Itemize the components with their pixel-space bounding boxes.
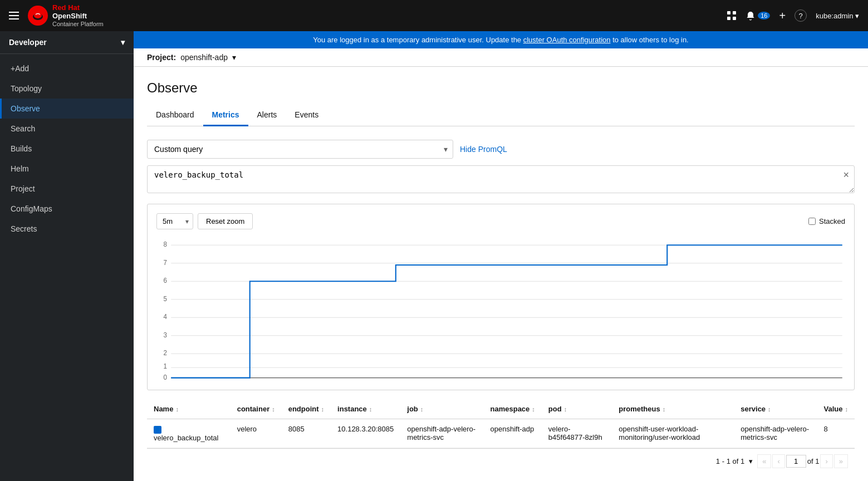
col-header-container[interactable]: container↕ bbox=[231, 399, 282, 419]
svg-rect-6 bbox=[733, 17, 736, 20]
pagination-prev-button[interactable]: ‹ bbox=[772, 454, 784, 468]
col-header-value[interactable]: Value↕ bbox=[817, 399, 855, 419]
brand-openshift: OpenShift bbox=[52, 12, 104, 21]
svg-text:0: 0 bbox=[163, 374, 167, 381]
plus-icon[interactable]: + bbox=[779, 9, 786, 22]
tab-events[interactable]: Events bbox=[286, 105, 327, 126]
pagination-buttons: « ‹ of 1 › » bbox=[757, 454, 848, 468]
hamburger-button[interactable] bbox=[9, 12, 19, 19]
user-menu[interactable]: kube:admin ▾ bbox=[816, 12, 859, 20]
alert-banner: You are logged in as a temporary adminis… bbox=[134, 31, 868, 48]
col-header-name[interactable]: Name↕ bbox=[147, 399, 231, 419]
query-row: Custom queryCPU usageMemory usageFilesys… bbox=[147, 140, 855, 159]
stacked-label[interactable]: Stacked bbox=[819, 217, 845, 225]
brand-container-platform: Container Platform bbox=[52, 21, 104, 28]
brand-text: Red Hat OpenShift Container Platform bbox=[52, 3, 104, 28]
sidebar-item-project[interactable]: Project bbox=[0, 179, 134, 199]
brand-logo: Red Hat OpenShift Container Platform bbox=[28, 3, 104, 28]
alert-banner-text-after: to allow others to log in. bbox=[611, 36, 689, 44]
col-header-job[interactable]: job↕ bbox=[400, 399, 483, 419]
metrics-table: Name↕container↕endpoint↕instance↕job↕nam… bbox=[147, 399, 855, 448]
cell-name: velero_backup_total bbox=[147, 419, 231, 448]
cell-instance: 10.128.3.20:8085 bbox=[331, 419, 400, 448]
col-header-namespace[interactable]: namespace↕ bbox=[484, 399, 542, 419]
sidebar-nav: +AddTopologyObserveSearchBuildsHelmProje… bbox=[0, 54, 134, 243]
cell-endpoint: 8085 bbox=[282, 419, 331, 448]
cell-job: openshift-adp-velero-metrics-svc bbox=[400, 419, 483, 448]
cell-prometheus: openshift-user-workload-monitoring/user-… bbox=[612, 419, 734, 448]
promql-input-wrap: × bbox=[147, 165, 855, 195]
tab-dashboard[interactable]: Dashboard bbox=[147, 105, 203, 126]
sort-icon: ↕ bbox=[564, 406, 567, 413]
svg-text:5: 5 bbox=[163, 295, 167, 302]
sidebar-item-add[interactable]: +Add bbox=[0, 58, 134, 78]
pagination-last-button[interactable]: » bbox=[834, 454, 848, 468]
chart-svg-area: 8 7 6 5 4 3 2 1 0 bbox=[156, 236, 845, 381]
brand-redhat: Red Hat bbox=[52, 3, 104, 12]
stacked-checkbox[interactable] bbox=[808, 218, 816, 225]
of-pages-label: of 1 bbox=[807, 457, 820, 465]
chart-toolbar-left: 5m15m30m1h2h6h12h1d ▾ Reset zoom bbox=[156, 213, 253, 229]
page-title: Observe bbox=[147, 80, 855, 96]
sidebar: Developer ▾ +AddTopologyObserveSearchBui… bbox=[0, 31, 134, 481]
sort-icon: ↕ bbox=[369, 406, 372, 413]
col-header-instance[interactable]: instance↕ bbox=[331, 399, 400, 419]
promql-input[interactable] bbox=[147, 165, 855, 193]
time-select-wrap: 5m15m30m1h2h6h12h1d ▾ bbox=[156, 213, 193, 229]
svg-text:6: 6 bbox=[163, 277, 166, 284]
sort-icon: ↕ bbox=[420, 406, 424, 413]
sidebar-item-search[interactable]: Search bbox=[0, 119, 134, 139]
alert-banner-text: You are logged in as a temporary adminis… bbox=[313, 36, 523, 44]
project-label: Project: bbox=[147, 53, 176, 62]
col-header-service[interactable]: service↕ bbox=[734, 399, 817, 419]
top-nav: Red Hat OpenShift Container Platform 16 … bbox=[0, 0, 868, 31]
row-color-swatch bbox=[154, 426, 161, 434]
chart-line bbox=[171, 245, 842, 377]
col-header-endpoint[interactable]: endpoint↕ bbox=[282, 399, 331, 419]
bell-count-badge: 16 bbox=[758, 12, 770, 19]
redhat-logo-icon bbox=[28, 6, 48, 26]
col-header-prometheus[interactable]: prometheus↕ bbox=[612, 399, 734, 419]
sidebar-perspective-switcher[interactable]: Developer ▾ bbox=[0, 31, 134, 54]
project-name: openshift-adp bbox=[180, 53, 228, 62]
svg-rect-4 bbox=[733, 11, 736, 14]
main-content: You are logged in as a temporary adminis… bbox=[134, 31, 868, 481]
sidebar-item-secrets[interactable]: Secrets bbox=[0, 219, 134, 239]
project-dropdown-icon[interactable]: ▾ bbox=[232, 53, 236, 62]
sidebar-item-topology[interactable]: Topology bbox=[0, 78, 134, 99]
sidebar-perspective-label: Developer bbox=[9, 38, 47, 47]
pagination-range: 1 - 1 of 1 bbox=[716, 457, 744, 465]
hide-promql-button[interactable]: Hide PromQL bbox=[460, 145, 507, 154]
reset-zoom-button[interactable]: Reset zoom bbox=[198, 213, 253, 229]
sidebar-item-configmaps[interactable]: ConfigMaps bbox=[0, 199, 134, 219]
sidebar-item-builds[interactable]: Builds bbox=[0, 139, 134, 159]
oauth-config-link[interactable]: cluster OAuth configuration bbox=[523, 36, 611, 44]
bell-icon[interactable]: 16 bbox=[746, 11, 770, 21]
sort-icon: ↕ bbox=[532, 406, 535, 413]
svg-text:3: 3 bbox=[163, 331, 166, 338]
pagination-first-button[interactable]: « bbox=[757, 454, 771, 468]
table-header-row: Name↕container↕endpoint↕instance↕job↕nam… bbox=[147, 399, 855, 419]
time-range-select[interactable]: 5m15m30m1h2h6h12h1d bbox=[156, 213, 193, 229]
promql-clear-button[interactable]: × bbox=[843, 170, 849, 180]
top-nav-right: 16 + ? kube:admin ▾ bbox=[727, 9, 859, 22]
cell-pod: velero-b45f64877-8zl9h bbox=[542, 419, 612, 448]
pagination: 1 - 1 of 1 ▾ « ‹ of 1 › » bbox=[147, 448, 855, 474]
query-type-select[interactable]: Custom queryCPU usageMemory usageFilesys… bbox=[147, 140, 453, 159]
grid-icon[interactable] bbox=[727, 11, 737, 21]
page-content: Observe DashboardMetricsAlertsEvents Cus… bbox=[134, 67, 868, 481]
col-header-pod[interactable]: pod↕ bbox=[542, 399, 612, 419]
cell-namespace: openshift-adp bbox=[484, 419, 542, 448]
svg-rect-3 bbox=[727, 11, 730, 14]
sidebar-item-helm[interactable]: Helm bbox=[0, 159, 134, 179]
help-icon[interactable]: ? bbox=[795, 9, 807, 22]
sidebar-item-observe[interactable]: Observe bbox=[0, 99, 134, 119]
stacked-wrap: Stacked bbox=[808, 217, 845, 225]
tab-alerts[interactable]: Alerts bbox=[248, 105, 286, 126]
svg-text:2: 2 bbox=[163, 349, 166, 356]
tab-metrics[interactable]: Metrics bbox=[203, 105, 248, 126]
pagination-dropdown-icon[interactable]: ▾ bbox=[749, 457, 753, 465]
pagination-next-button[interactable]: › bbox=[820, 454, 832, 468]
page-number-input[interactable] bbox=[786, 455, 806, 468]
svg-text:4: 4 bbox=[163, 313, 167, 320]
